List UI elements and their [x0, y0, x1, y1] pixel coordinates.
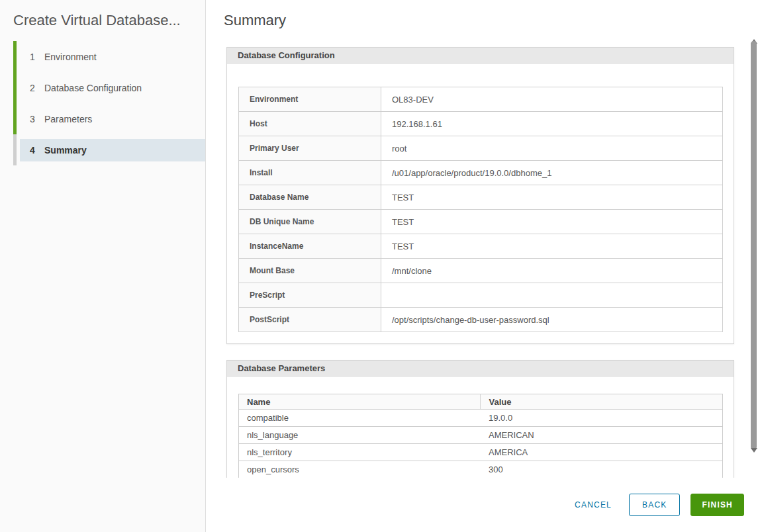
param-value: AMERICAN [481, 427, 723, 444]
param-row: compatible 19.0.0 [239, 410, 723, 427]
sidebar-step-summary[interactable]: 4 Summary [13, 134, 205, 165]
step-number: 3 [26, 114, 38, 124]
config-row: Install /u01/app/oracle/product/19.0.0/d… [239, 161, 723, 185]
param-row: open_cursors 300 [239, 461, 723, 478]
param-name: compatible [239, 410, 481, 427]
config-row: PostScript /opt/scripts/change-db-user-p… [239, 308, 723, 332]
param-header-row: Name Value [239, 394, 723, 410]
param-name: nls_language [239, 427, 481, 444]
database-parameters-table: Name Value compatible 19.0.0 nls_languag… [238, 394, 723, 478]
config-row-label: Environment [239, 87, 381, 112]
step-progress-bar [13, 41, 17, 72]
param-col-name: Name [239, 394, 481, 410]
step-label: Environment [44, 52, 97, 62]
step-label: Summary [44, 145, 87, 155]
vertical-scrollbar[interactable] [749, 26, 759, 463]
config-row-label: InstanceName [239, 234, 381, 259]
config-row-label: DB Unique Name [239, 210, 381, 234]
database-parameters-section: Database Parameters Name Value compatibl… [226, 360, 734, 478]
param-value: AMERICA [481, 444, 723, 461]
cancel-button[interactable]: CANCEL [568, 495, 618, 515]
config-row-value: /u01/app/oracle/product/19.0.0/dbhome_1 [381, 161, 723, 185]
sidebar-step-database-configuration[interactable]: 2 Database Configuration [13, 72, 205, 103]
scrollbar-thumb[interactable] [751, 41, 757, 450]
config-row-label: PostScript [239, 308, 381, 332]
config-row-label: Database Name [239, 185, 381, 210]
config-row: Primary User root [239, 136, 723, 161]
config-row-value: root [381, 136, 723, 161]
config-row: Mount Base /mnt/clone [239, 259, 723, 283]
config-row-value: /opt/scripts/change-db-user-password.sql [381, 308, 723, 332]
config-row-value: OL83-DEV [381, 87, 723, 112]
config-row-value: TEST [381, 234, 723, 259]
step-progress-bar [13, 103, 17, 134]
config-row-label: Mount Base [239, 259, 381, 283]
config-row: DB Unique Name TEST [239, 210, 723, 234]
step-number: 1 [26, 52, 38, 62]
config-row: PreScript [239, 283, 723, 308]
config-row: Database Name TEST [239, 185, 723, 210]
step-number: 4 [26, 145, 38, 155]
config-row-label: Install [239, 161, 381, 185]
config-row-value: /mnt/clone [381, 259, 723, 283]
config-row-label: Host [239, 112, 381, 136]
config-row: Environment OL83-DEV [239, 87, 723, 112]
section-header: Database Parameters [227, 361, 734, 377]
config-row-value [381, 283, 723, 308]
step-label: Parameters [44, 114, 92, 124]
config-row: InstanceName TEST [239, 234, 723, 259]
param-name: open_cursors [239, 461, 481, 478]
section-header: Database Configuration [227, 48, 734, 64]
config-row: Host 192.168.1.61 [239, 112, 723, 136]
wizard-footer: CANCEL BACK FINISH [207, 478, 760, 532]
config-row-value: TEST [381, 185, 723, 210]
step-number: 2 [26, 83, 38, 93]
param-value: 300 [481, 461, 723, 478]
database-configuration-section: Database Configuration Environment OL83-… [226, 47, 734, 344]
wizard-title: Create Virtual Database... [13, 12, 195, 29]
sidebar-step-environment[interactable]: 1 Environment [13, 41, 205, 72]
wizard-sidebar: Create Virtual Database... 1 Environment… [0, 0, 206, 532]
chevron-down-icon [751, 448, 757, 463]
database-configuration-table: Environment OL83-DEV Host 192.168.1.61 P… [238, 87, 723, 332]
finish-button[interactable]: FINISH [690, 494, 744, 516]
config-row-label: PreScript [239, 283, 381, 308]
scroll-down-button[interactable] [749, 453, 759, 462]
param-value: 19.0.0 [481, 410, 723, 427]
sidebar-step-parameters[interactable]: 3 Parameters [13, 103, 205, 134]
wizard-step-list: 1 Environment 2 Database Configuration 3… [13, 41, 205, 165]
config-row-label: Primary User [239, 136, 381, 161]
scrollable-content: Database Configuration Environment OL83-… [207, 40, 760, 478]
scroll-up-button[interactable] [749, 29, 759, 38]
step-progress-bar [13, 72, 17, 103]
param-row: nls_territory AMERICA [239, 444, 723, 461]
summary-panel: Summary Database Configuration Environme… [207, 0, 760, 532]
page-title: Summary [224, 12, 760, 29]
config-row-value: 192.168.1.61 [381, 112, 723, 136]
config-row-value: TEST [381, 210, 723, 234]
param-name: nls_territory [239, 444, 481, 461]
param-col-value: Value [481, 394, 723, 410]
step-progress-bar [13, 134, 17, 165]
param-row: nls_language AMERICAN [239, 427, 723, 444]
back-button[interactable]: BACK [629, 494, 680, 516]
step-label: Database Configuration [44, 83, 142, 93]
